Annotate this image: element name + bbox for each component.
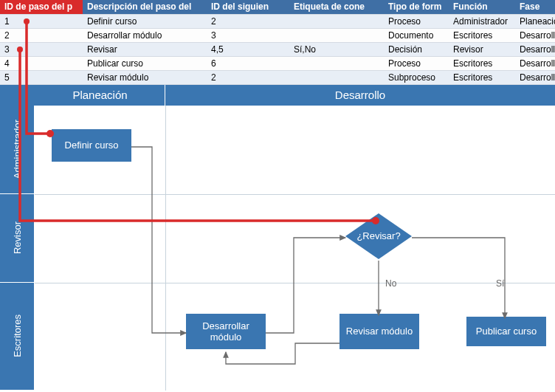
cell-desc: Revisar [83, 42, 207, 56]
cell-desc: Publicar curso [83, 56, 207, 70]
col-header-next: ID del siguien [207, 0, 289, 14]
process-table: ID de paso del p Descripción del paso de… [0, 0, 555, 85]
cell-form: Decisión [384, 42, 449, 56]
shape-revisar-decision[interactable]: ¿Revisar? [345, 213, 412, 259]
shape-revisar-modulo[interactable]: Revisar módulo [339, 314, 419, 349]
table-row[interactable]: 2 Desarrollar módulo 3 Documento Escrito… [0, 28, 555, 42]
cell-func: Administrador [449, 14, 515, 28]
cell-conn [289, 14, 384, 28]
cell-id: 3 [0, 42, 83, 56]
cell-next: 4,5 [207, 42, 289, 56]
table-row[interactable]: 4 Publicar curso 6 Proceso Escritores De… [0, 56, 555, 70]
cell-desc: Revisar módulo [83, 70, 207, 84]
col-header-form: Tipo de form [384, 0, 449, 14]
table-row[interactable]: 5 Revisar módulo 2 Subproceso Escritores… [0, 70, 555, 84]
cell-func: Escritores [449, 56, 515, 70]
cell-form: Proceso [384, 14, 449, 28]
table-row[interactable]: 3 Revisar 4,5 Sí,No Decisión Revisor Des… [0, 42, 555, 56]
cell-next: 2 [207, 70, 289, 84]
cell-id: 5 [0, 70, 83, 84]
shape-definir-curso[interactable]: Definir curso [52, 129, 131, 162]
cell-func: Revisor [449, 42, 515, 56]
cell-conn [289, 56, 384, 70]
root: ID de paso del p Descripción del paso de… [0, 0, 555, 392]
cell-form: Documento [384, 28, 449, 42]
col-header-desc: Descripción del paso del [83, 0, 207, 14]
cell-desc: Definir curso [83, 14, 207, 28]
cell-phase: Desarrollo [515, 42, 555, 56]
cell-id: 2 [0, 28, 83, 42]
col-header-conn: Etiqueta de cone [289, 0, 384, 14]
cell-form: Proceso [384, 56, 449, 70]
lane-divider [35, 194, 555, 195]
col-header-func: Función [449, 0, 515, 14]
col-header-id: ID de paso del p [0, 0, 83, 14]
table-body: 1 Definir curso 2 Proceso Administrador … [0, 14, 555, 84]
cell-next: 3 [207, 28, 289, 42]
cell-next: 6 [207, 56, 289, 70]
lane-label-escritores: Escritores [0, 283, 34, 391]
phase-divider [165, 106, 166, 391]
cell-form: Subproceso [384, 70, 449, 84]
cell-func: Escritores [449, 28, 515, 42]
phase-header-desarrollo: Desarrollo [165, 85, 555, 106]
cell-func: Escritores [449, 70, 515, 84]
cell-next: 2 [207, 14, 289, 28]
cell-phase: Desarrollo [515, 56, 555, 70]
cell-desc: Desarrollar módulo [83, 28, 207, 42]
diagram-corner [0, 85, 35, 106]
cell-conn [289, 70, 384, 84]
table-row[interactable]: 1 Definir curso 2 Proceso Administrador … [0, 14, 555, 28]
cell-conn [289, 28, 384, 42]
cell-conn: Sí,No [289, 42, 384, 56]
cell-id: 4 [0, 56, 83, 70]
lane-label-revisor: Revisor [0, 194, 34, 283]
table-header-row: ID de paso del p Descripción del paso de… [0, 0, 555, 14]
shape-desarrollar-modulo[interactable]: Desarrollar módulo [186, 314, 266, 349]
cell-phase: Desarrollo [515, 28, 555, 42]
shape-publicar-curso[interactable]: Publicar curso [466, 317, 546, 346]
cell-phase: Planeación [515, 14, 555, 28]
lane-divider [35, 283, 555, 283]
phase-header-planeacion: Planeación [35, 85, 165, 106]
col-header-phase: Fase [515, 0, 555, 14]
lane-label-administrador: Administrador [0, 106, 34, 194]
cell-id: 1 [0, 14, 83, 28]
swimlane-diagram: Planeación Desarrollo Administrador Revi… [0, 85, 555, 391]
cell-phase: Desarrollo [515, 70, 555, 84]
